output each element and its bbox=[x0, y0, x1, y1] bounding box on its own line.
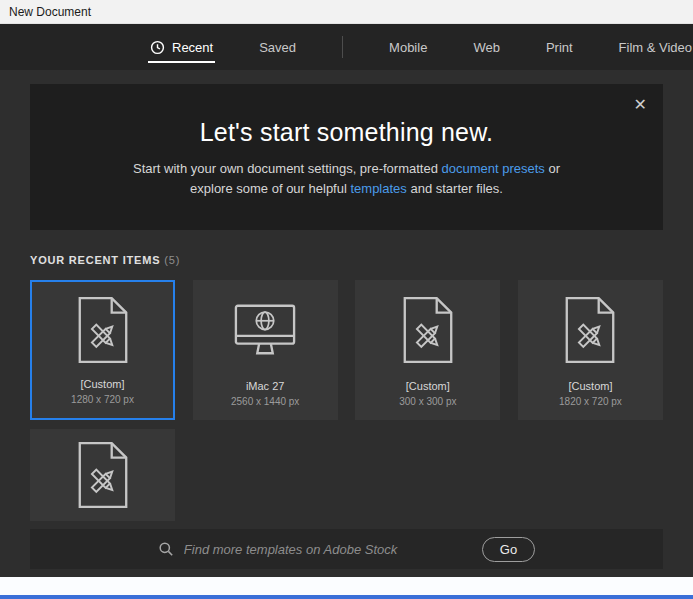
item-name: iMac 27 bbox=[246, 380, 285, 392]
recent-item-card[interactable] bbox=[30, 429, 175, 521]
tab-web[interactable]: Web bbox=[473, 24, 500, 70]
window-bottom-strip bbox=[0, 577, 693, 595]
new-document-dialog: New Document Recent Saved Mobile bbox=[0, 0, 693, 599]
tab-bar: Recent Saved Mobile Web Print Film & Vid… bbox=[0, 24, 693, 70]
clock-icon bbox=[150, 40, 165, 55]
recent-item-card[interactable]: [Custom] 300 x 300 px bbox=[355, 280, 500, 420]
tab-film-video[interactable]: Film & Video bbox=[619, 24, 692, 70]
tab-saved[interactable]: Saved bbox=[259, 24, 296, 70]
item-size: 2560 x 1440 px bbox=[231, 396, 299, 407]
recent-items-grid-row2 bbox=[30, 429, 663, 521]
hero-banner: ✕ Let's start something new. Start with … bbox=[30, 84, 663, 230]
imac-globe-icon bbox=[233, 280, 297, 380]
window-title: New Document bbox=[9, 5, 91, 19]
tab-label: Film & Video bbox=[619, 40, 692, 55]
search-input[interactable] bbox=[184, 542, 434, 557]
hero-description: Start with your own document settings, p… bbox=[112, 159, 582, 199]
recent-items-heading: YOUR RECENT ITEMS(5) bbox=[30, 254, 663, 266]
recent-items-grid: [Custom] 1280 x 720 px bbox=[30, 280, 663, 420]
recent-items-heading-text: YOUR RECENT ITEMS bbox=[30, 254, 160, 266]
item-size: 1280 x 720 px bbox=[71, 394, 134, 405]
tab-label: Saved bbox=[259, 40, 296, 55]
tab-label: Web bbox=[473, 40, 500, 55]
document-icon bbox=[73, 429, 133, 521]
item-name: [Custom] bbox=[80, 378, 124, 390]
item-size: 1820 x 720 px bbox=[559, 396, 622, 407]
tab-label: Mobile bbox=[389, 40, 427, 55]
window-titlebar[interactable]: New Document bbox=[0, 0, 693, 24]
go-button[interactable]: Go bbox=[482, 537, 535, 562]
tab-divider bbox=[342, 36, 343, 58]
adobe-stock-search-bar: Go bbox=[30, 529, 663, 569]
document-presets-link[interactable]: document presets bbox=[442, 161, 545, 176]
recent-item-card[interactable]: [Custom] 1820 x 720 px bbox=[518, 280, 663, 420]
item-size: 300 x 300 px bbox=[399, 396, 456, 407]
document-icon bbox=[398, 280, 458, 380]
tab-label: Print bbox=[546, 40, 573, 55]
recent-item-card[interactable]: iMac 27 2560 x 1440 px bbox=[193, 280, 338, 420]
templates-link[interactable]: templates bbox=[350, 181, 406, 196]
hero-text: and starter files. bbox=[407, 181, 503, 196]
dialog-content: ✕ Let's start something new. Start with … bbox=[0, 70, 693, 577]
tab-label: Recent bbox=[172, 40, 213, 55]
tab-mobile[interactable]: Mobile bbox=[389, 24, 427, 70]
recent-item-card[interactable]: [Custom] 1280 x 720 px bbox=[30, 280, 175, 420]
close-icon[interactable]: ✕ bbox=[630, 93, 651, 117]
search-icon bbox=[158, 541, 174, 557]
hero-text: Start with your own document settings, p… bbox=[133, 161, 442, 176]
document-icon bbox=[560, 280, 620, 380]
document-icon bbox=[73, 282, 133, 378]
item-name: [Custom] bbox=[568, 380, 612, 392]
recent-items-count: (5) bbox=[164, 254, 180, 266]
tab-print[interactable]: Print bbox=[546, 24, 573, 70]
window-bottom-accent bbox=[0, 595, 693, 599]
dialog-body: Recent Saved Mobile Web Print Film & Vid… bbox=[0, 24, 693, 577]
hero-title: Let's start something new. bbox=[200, 118, 493, 147]
tab-recent[interactable]: Recent bbox=[150, 24, 213, 70]
item-name: [Custom] bbox=[406, 380, 450, 392]
